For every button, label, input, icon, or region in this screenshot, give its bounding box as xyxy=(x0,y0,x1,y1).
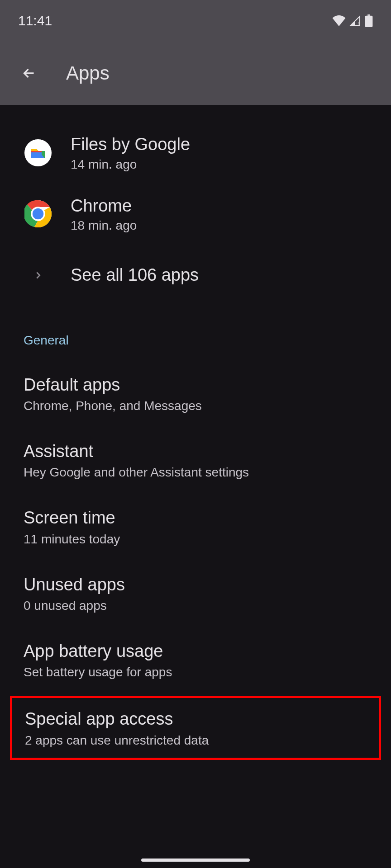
chrome-app-icon xyxy=(24,200,52,227)
setting-sub: 11 minutes today xyxy=(24,532,367,547)
setting-title: Assistant xyxy=(24,440,367,462)
see-all-label: See all 106 apps xyxy=(71,264,199,286)
files-app-icon xyxy=(24,139,52,166)
recent-app-chrome[interactable]: Chrome 18 min. ago xyxy=(0,184,391,245)
setting-sub: Hey Google and other Assistant settings xyxy=(24,465,367,480)
setting-special-app-access[interactable]: Special app access 2 apps can use unrest… xyxy=(10,696,381,760)
app-time: 14 min. ago xyxy=(71,157,190,172)
status-icons: ! xyxy=(332,14,373,27)
app-time: 18 min. ago xyxy=(71,218,137,233)
setting-title: Default apps xyxy=(24,374,367,396)
setting-title: Unused apps xyxy=(24,574,367,596)
setting-sub: 2 apps can use unrestricted data xyxy=(25,733,366,748)
section-header-general: General xyxy=(0,306,391,360)
see-all-apps[interactable]: See all 106 apps xyxy=(0,245,391,306)
app-header: Apps xyxy=(0,42,391,105)
setting-screen-time[interactable]: Screen time 11 minutes today xyxy=(0,493,391,560)
status-time: 11:41 xyxy=(18,13,52,28)
setting-title: Special app access xyxy=(25,708,366,730)
setting-assistant[interactable]: Assistant Hey Google and other Assistant… xyxy=(0,427,391,493)
chevron-right-icon xyxy=(33,270,43,280)
setting-default-apps[interactable]: Default apps Chrome, Phone, and Messages xyxy=(0,360,391,427)
setting-app-battery[interactable]: App battery usage Set battery usage for … xyxy=(0,627,391,693)
arrow-left-icon xyxy=(21,65,37,81)
navigation-handle[interactable] xyxy=(141,859,250,862)
svg-rect-2 xyxy=(367,14,370,16)
recent-app-files[interactable]: Files by Google 14 min. ago xyxy=(0,122,391,184)
setting-sub: 0 unused apps xyxy=(24,599,367,613)
signal-icon: ! xyxy=(349,15,361,26)
setting-title: Screen time xyxy=(24,507,367,529)
setting-sub: Set battery usage for apps xyxy=(24,665,367,679)
svg-text:!: ! xyxy=(358,21,359,26)
status-bar: 11:41 ! xyxy=(0,0,391,42)
back-button[interactable] xyxy=(18,62,40,84)
wifi-icon xyxy=(332,15,346,26)
page-title: Apps xyxy=(66,62,110,84)
setting-title: App battery usage xyxy=(24,640,367,662)
app-name: Chrome xyxy=(71,195,137,217)
setting-sub: Chrome, Phone, and Messages xyxy=(24,399,367,413)
app-name: Files by Google xyxy=(71,134,190,156)
battery-icon xyxy=(365,14,373,27)
setting-unused-apps[interactable]: Unused apps 0 unused apps xyxy=(0,560,391,627)
svg-rect-1 xyxy=(365,16,373,27)
content-list: Files by Google 14 min. ago Chrome 18 mi… xyxy=(0,105,391,760)
